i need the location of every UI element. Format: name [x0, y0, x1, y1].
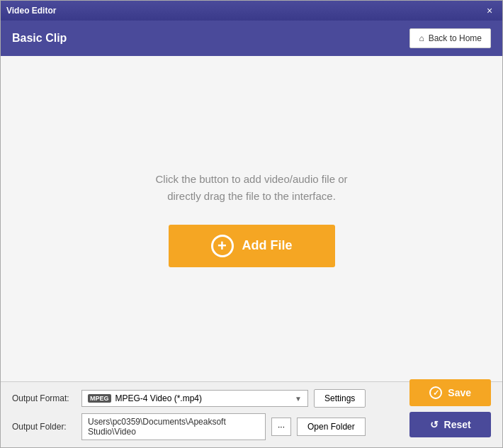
title-bar: Video Editor × [1, 1, 502, 21]
drop-hint-line2: directly drag the file to the interface. [167, 190, 336, 202]
open-folder-button[interactable]: Open Folder [297, 418, 366, 436]
format-select-inner: MPEG MPEG-4 Video (*.mp4) [88, 393, 290, 403]
action-buttons: ✓ Save ↺ Reset [409, 379, 491, 437]
back-to-home-button[interactable]: ⌂ Back to Home [409, 28, 491, 48]
output-format-label: Output Format: [12, 393, 76, 403]
settings-button[interactable]: Settings [314, 389, 366, 408]
reset-label: Reset [444, 419, 471, 430]
page-title: Basic Clip [12, 32, 67, 45]
main-content-area: Click the button to add video/audio file… [1, 56, 502, 381]
refresh-icon: ↺ [430, 419, 439, 430]
format-value: MPEG-4 Video (*.mp4) [115, 393, 203, 403]
plus-icon: + [211, 235, 234, 257]
window-title: Video Editor [6, 6, 56, 16]
drop-hint: Click the button to add video/audio file… [155, 171, 347, 205]
main-window: Video Editor × Basic Clip ⌂ Back to Home… [0, 0, 503, 448]
add-file-button[interactable]: + Add File [169, 225, 335, 267]
more-options-button[interactable]: ··· [271, 418, 291, 436]
drop-hint-line1: Click the button to add video/audio file… [155, 173, 347, 185]
reset-button[interactable]: ↺ Reset [409, 412, 491, 437]
output-folder-label: Output Folder: [12, 422, 76, 432]
save-button[interactable]: ✓ Save [409, 379, 491, 406]
close-button[interactable]: × [482, 4, 497, 18]
chevron-down-icon: ▼ [295, 395, 302, 403]
back-to-home-label: Back to Home [429, 33, 482, 43]
header-bar: Basic Clip ⌂ Back to Home [1, 21, 502, 56]
save-label: Save [448, 387, 471, 398]
folder-path: Users\pc0359\Documents\Apeaksoft Studio\… [81, 413, 266, 440]
format-badge: MPEG [88, 394, 111, 403]
format-select[interactable]: MPEG MPEG-4 Video (*.mp4) ▼ [81, 390, 308, 407]
check-icon: ✓ [429, 386, 442, 399]
add-file-label: Add File [242, 238, 293, 253]
home-icon: ⌂ [419, 33, 424, 43]
